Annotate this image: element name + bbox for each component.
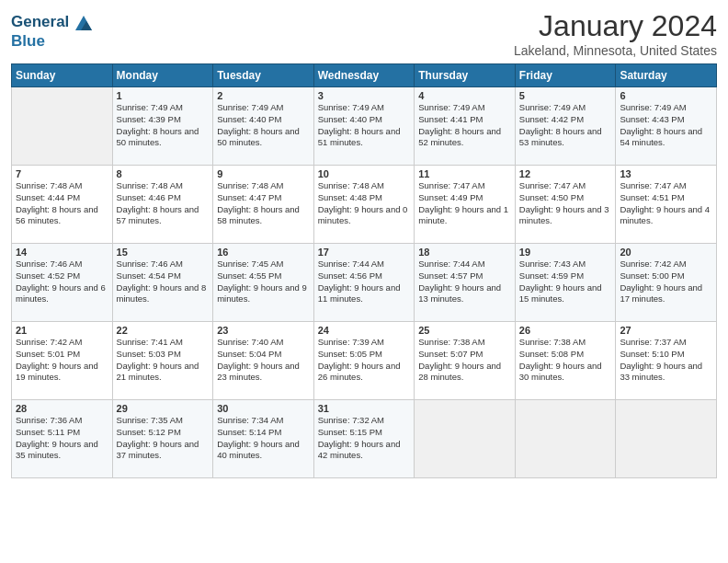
day-sunrise: Sunrise: 7:45 AM	[217, 259, 283, 269]
day-number: 16	[217, 247, 310, 258]
day-daylight: Daylight: 9 hours and 33 minutes.	[620, 361, 702, 383]
calendar-cell: 18 Sunrise: 7:44 AM Sunset: 4:57 PM Dayl…	[415, 244, 516, 322]
day-sunrise: Sunrise: 7:49 AM	[620, 102, 686, 112]
day-number: 4	[418, 90, 511, 101]
calendar-week-row: 14 Sunrise: 7:46 AM Sunset: 4:52 PM Dayl…	[12, 244, 717, 322]
day-sunrise: Sunrise: 7:43 AM	[519, 259, 586, 269]
day-daylight: Daylight: 9 hours and 35 minutes.	[16, 439, 98, 461]
calendar-header-row: SundayMondayTuesdayWednesdayThursdayFrid…	[12, 64, 717, 87]
day-sunrise: Sunrise: 7:38 AM	[418, 337, 484, 347]
day-daylight: Daylight: 9 hours and 11 minutes.	[318, 282, 401, 304]
day-sunset: Sunset: 5:14 PM	[217, 427, 281, 437]
day-number: 19	[519, 247, 612, 258]
calendar-cell: 4 Sunrise: 7:49 AM Sunset: 4:41 PM Dayli…	[415, 87, 516, 166]
day-number: 29	[117, 403, 210, 414]
calendar-cell: 12 Sunrise: 7:47 AM Sunset: 4:50 PM Dayl…	[515, 166, 616, 244]
calendar-cell: 28 Sunrise: 7:36 AM Sunset: 5:11 PM Dayl…	[12, 400, 113, 478]
day-number: 9	[217, 168, 310, 179]
month-title: January 2024	[514, 9, 717, 43]
calendar-cell: 22 Sunrise: 7:41 AM Sunset: 5:03 PM Dayl…	[112, 322, 213, 400]
day-number: 22	[117, 325, 210, 336]
calendar-week-row: 28 Sunrise: 7:36 AM Sunset: 5:11 PM Dayl…	[12, 400, 717, 478]
day-sunrise: Sunrise: 7:49 AM	[418, 102, 484, 112]
day-sunset: Sunset: 4:49 PM	[418, 192, 483, 202]
day-sunrise: Sunrise: 7:49 AM	[519, 102, 586, 112]
day-number: 27	[620, 325, 712, 336]
day-daylight: Daylight: 8 hours and 58 minutes.	[217, 204, 300, 226]
day-sunset: Sunset: 4:41 PM	[418, 114, 483, 124]
day-daylight: Daylight: 9 hours and 42 minutes.	[318, 439, 401, 461]
day-sunset: Sunset: 4:57 PM	[418, 270, 483, 281]
day-number: 12	[519, 168, 612, 179]
calendar-cell: 6 Sunrise: 7:49 AM Sunset: 4:43 PM Dayli…	[616, 87, 717, 166]
day-sunrise: Sunrise: 7:47 AM	[620, 180, 686, 190]
day-sunset: Sunset: 5:10 PM	[620, 349, 684, 359]
calendar-cell: 19 Sunrise: 7:43 AM Sunset: 4:59 PM Dayl…	[515, 244, 616, 322]
day-sunrise: Sunrise: 7:46 AM	[16, 259, 82, 269]
calendar-cell: 17 Sunrise: 7:44 AM Sunset: 4:56 PM Dayl…	[313, 244, 415, 322]
day-daylight: Daylight: 9 hours and 21 minutes.	[117, 361, 199, 383]
day-sunrise: Sunrise: 7:49 AM	[117, 102, 183, 112]
calendar-cell: 2 Sunrise: 7:49 AM Sunset: 4:40 PM Dayli…	[213, 87, 314, 166]
day-sunrise: Sunrise: 7:49 AM	[318, 102, 384, 112]
calendar-cell: 15 Sunrise: 7:46 AM Sunset: 4:54 PM Dayl…	[112, 244, 213, 322]
calendar-cell: 27 Sunrise: 7:37 AM Sunset: 5:10 PM Dayl…	[616, 322, 717, 400]
day-sunrise: Sunrise: 7:40 AM	[217, 337, 283, 347]
day-number: 7	[16, 168, 108, 179]
location-title: Lakeland, Minnesota, United States	[514, 43, 717, 58]
day-sunset: Sunset: 5:15 PM	[318, 427, 382, 437]
day-sunrise: Sunrise: 7:48 AM	[217, 180, 283, 190]
calendar-cell	[616, 400, 717, 478]
day-daylight: Daylight: 9 hours and 4 minutes.	[620, 204, 710, 226]
day-sunset: Sunset: 4:46 PM	[117, 192, 181, 202]
day-number: 14	[16, 247, 108, 258]
day-number: 6	[620, 90, 712, 101]
day-number: 26	[519, 325, 612, 336]
weekday-header-saturday: Saturday	[616, 64, 717, 87]
calendar-cell: 7 Sunrise: 7:48 AM Sunset: 4:44 PM Dayli…	[12, 166, 113, 244]
day-sunrise: Sunrise: 7:38 AM	[519, 337, 586, 347]
day-number: 2	[217, 90, 310, 101]
weekday-header-monday: Monday	[112, 64, 213, 87]
day-sunset: Sunset: 4:52 PM	[16, 270, 80, 281]
day-daylight: Daylight: 9 hours and 26 minutes.	[318, 361, 401, 383]
day-number: 28	[16, 403, 108, 414]
calendar-cell: 1 Sunrise: 7:49 AM Sunset: 4:39 PM Dayli…	[112, 87, 213, 166]
day-daylight: Daylight: 9 hours and 30 minutes.	[519, 361, 602, 383]
calendar-cell	[515, 400, 616, 478]
day-number: 18	[418, 247, 511, 258]
day-sunrise: Sunrise: 7:39 AM	[318, 337, 384, 347]
day-sunset: Sunset: 4:44 PM	[16, 192, 80, 202]
weekday-header-tuesday: Tuesday	[213, 64, 314, 87]
weekday-header-friday: Friday	[515, 64, 616, 87]
calendar-cell: 9 Sunrise: 7:48 AM Sunset: 4:47 PM Dayli…	[213, 166, 314, 244]
day-sunset: Sunset: 4:40 PM	[318, 114, 382, 124]
calendar-week-row: 1 Sunrise: 7:49 AM Sunset: 4:39 PM Dayli…	[12, 87, 717, 166]
day-number: 15	[117, 247, 210, 258]
weekday-header-sunday: Sunday	[12, 64, 113, 87]
day-daylight: Daylight: 9 hours and 17 minutes.	[620, 282, 702, 304]
calendar-cell: 11 Sunrise: 7:47 AM Sunset: 4:49 PM Dayl…	[415, 166, 516, 244]
day-daylight: Daylight: 8 hours and 51 minutes.	[318, 126, 401, 148]
day-sunset: Sunset: 4:51 PM	[620, 192, 684, 202]
day-sunrise: Sunrise: 7:48 AM	[117, 180, 183, 190]
day-sunrise: Sunrise: 7:34 AM	[217, 415, 283, 425]
day-number: 3	[318, 90, 411, 101]
day-number: 21	[16, 325, 108, 336]
day-sunrise: Sunrise: 7:47 AM	[519, 180, 586, 190]
day-sunrise: Sunrise: 7:36 AM	[16, 415, 82, 425]
calendar-week-row: 21 Sunrise: 7:42 AM Sunset: 5:01 PM Dayl…	[12, 322, 717, 400]
day-sunset: Sunset: 5:04 PM	[217, 349, 281, 359]
calendar-body: 1 Sunrise: 7:49 AM Sunset: 4:39 PM Dayli…	[12, 87, 717, 478]
day-daylight: Daylight: 9 hours and 6 minutes.	[16, 282, 106, 304]
page-header: General Blue January 2024 Lakeland, Minn…	[11, 9, 717, 58]
day-sunset: Sunset: 5:11 PM	[16, 427, 80, 437]
calendar-cell	[12, 87, 113, 166]
title-block: January 2024 Lakeland, Minnesota, United…	[514, 9, 717, 58]
calendar-cell: 8 Sunrise: 7:48 AM Sunset: 4:46 PM Dayli…	[112, 166, 213, 244]
day-daylight: Daylight: 9 hours and 9 minutes.	[217, 282, 307, 304]
day-daylight: Daylight: 9 hours and 0 minutes.	[318, 204, 408, 226]
day-sunset: Sunset: 4:55 PM	[217, 270, 281, 281]
calendar-cell: 5 Sunrise: 7:49 AM Sunset: 4:42 PM Dayli…	[515, 87, 616, 166]
day-sunset: Sunset: 4:50 PM	[519, 192, 584, 202]
